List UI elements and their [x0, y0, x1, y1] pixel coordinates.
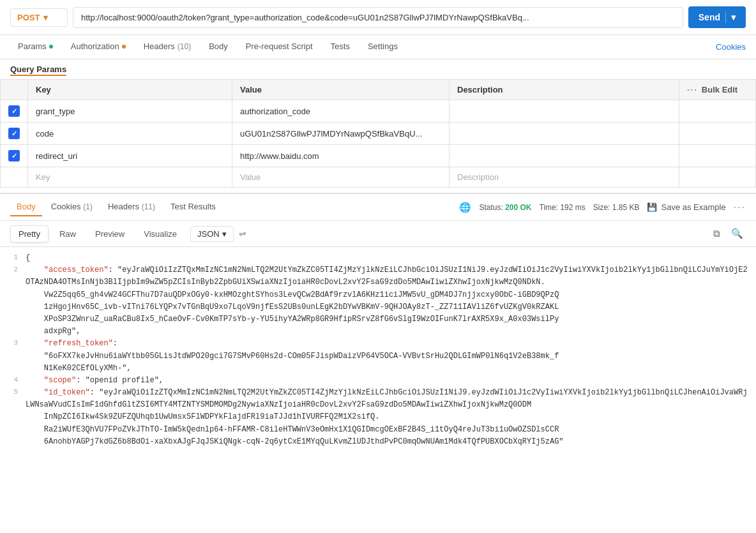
table-row: code uGU01n2S87GllwPJ7lMDYrNawpQSfBkaVBq… [1, 123, 756, 145]
wrap-icon[interactable]: ⇌ [239, 229, 246, 239]
copy-button[interactable]: ⧉ [707, 225, 725, 243]
row3-checkbox-cell[interactable] [1, 145, 28, 167]
send-button[interactable]: Send ▾ [688, 6, 746, 28]
request-tabs: Params Authorization Headers (10) Body P… [0, 35, 756, 59]
authorization-dot [122, 45, 126, 49]
col-value: Value [232, 80, 450, 100]
format-pretty-btn[interactable]: Pretty [10, 225, 49, 243]
row2-value[interactable]: uGU01n2S87GllwPJ7lMDYrNawpQSfBkaVBqU... [232, 123, 450, 145]
time-label: Time: 192 ms [540, 203, 586, 212]
row3-key[interactable]: redirect_uri [28, 145, 232, 167]
send-chevron-icon: ▾ [731, 12, 736, 22]
globe-icon[interactable]: 🌐 [459, 202, 471, 213]
tab-pre-request[interactable]: Pre-request Script [238, 35, 321, 59]
response-meta: 🌐 Status: 200 OK Time: 192 ms Size: 1.85… [459, 202, 746, 213]
tab-params[interactable]: Params [10, 35, 61, 59]
query-params-label: Query Params [10, 64, 66, 76]
request-bar: POST ▾ Send ▾ [0, 0, 756, 35]
save-as-example-btn[interactable]: 💾 Save as Example [647, 202, 725, 212]
line-num-5: 5 [5, 387, 26, 398]
table-row: redirect_uri http://www.baidu.com [1, 145, 756, 167]
line-content-2: "access_token": "eyJraWQiOiIzZTQxMmIzNC1… [26, 264, 751, 338]
row2-checkbox-cell[interactable] [1, 123, 28, 145]
row2-checkbox[interactable] [8, 128, 20, 139]
tab-settings[interactable]: Settings [360, 35, 405, 59]
tab-tests[interactable]: Tests [323, 35, 358, 59]
row4-value-placeholder: Value [240, 172, 261, 182]
response-tab-test-results[interactable]: Test Results [164, 198, 222, 216]
row2-actions [679, 123, 756, 145]
col-description: Description [450, 80, 679, 100]
line-content-1: { [26, 252, 751, 264]
tab-headers[interactable]: Headers (10) [136, 35, 199, 59]
row4-desc[interactable]: Description [450, 167, 679, 188]
status-label: Status: 200 OK [479, 203, 531, 212]
row3-value[interactable]: http://www.baidu.com [232, 145, 450, 167]
col-actions: ··· Bulk Edit [679, 80, 756, 100]
size-prefix: Size: [593, 203, 612, 212]
row3-desc[interactable] [450, 145, 679, 167]
response-tabs: Body Cookies (1) Headers (11) Test Resul… [0, 193, 756, 221]
response-tab-body-label: Body [17, 202, 36, 211]
col-key: Key [28, 80, 232, 100]
line-num-3: 3 [5, 338, 26, 349]
row4-key[interactable]: Key [28, 167, 232, 188]
row4-checkbox-cell[interactable] [1, 167, 28, 188]
table-row: Key Value Description [1, 167, 756, 188]
params-table-container: Key Value Description ··· Bulk Edit [0, 74, 756, 193]
response-more-btn[interactable]: ··· [734, 202, 746, 213]
table-row: grant_type authorization_code [1, 100, 756, 123]
row2-desc[interactable] [450, 123, 679, 145]
cookies-link[interactable]: Cookies [716, 36, 746, 58]
response-tab-body[interactable]: Body [10, 198, 42, 216]
tab-authorization-label: Authorization [71, 41, 119, 51]
tab-tests-label: Tests [331, 41, 350, 51]
tab-settings-label: Settings [368, 41, 398, 51]
status-prefix: Status: [479, 203, 505, 212]
tab-body-label: Body [209, 41, 228, 51]
row1-key[interactable]: grant_type [28, 100, 232, 123]
response-tab-headers[interactable]: Headers (11) [102, 198, 162, 216]
method-dropdown[interactable]: POST ▾ [10, 8, 68, 27]
headers-count: (10) [178, 42, 191, 51]
format-visualize-btn[interactable]: Visualize [135, 225, 185, 243]
response-body[interactable]: 1 { 2 "access_token": "eyJraWQiOiIzZTQxM… [0, 247, 756, 464]
row3-checkbox[interactable] [8, 150, 20, 161]
code-line-3: 3 "refresh_token": "6oFXX7keJvHnu6iaWYtb… [0, 338, 756, 375]
row4-actions [679, 167, 756, 188]
format-bar: Pretty Raw Preview Visualize JSON ▾ ⇌ ⧉ … [0, 221, 756, 247]
row1-checkbox[interactable] [8, 105, 20, 117]
send-divider [725, 11, 726, 23]
size-label: Size: 1.85 KB [593, 203, 640, 212]
format-preview-btn[interactable]: Preview [87, 225, 133, 243]
line-content-4: "scope": "openid profile", [26, 375, 751, 387]
row2-key[interactable]: code [28, 123, 232, 145]
row1-checkbox-cell[interactable] [1, 100, 28, 123]
method-label: POST [17, 13, 40, 22]
tab-authorization[interactable]: Authorization [63, 35, 133, 59]
time-value: 192 ms [560, 203, 585, 212]
response-tab-cookies-label: Cookies [51, 202, 81, 211]
code-line-1: 1 { [0, 252, 756, 264]
bulk-edit-label: Bulk Edit [702, 85, 737, 94]
row4-key-placeholder: Key [36, 172, 50, 182]
row3-actions [679, 145, 756, 167]
line-content-5: "id_token": "eyJraWQiOiIzZTQxMmIzNC1mN2N… [26, 387, 751, 448]
url-input[interactable] [73, 7, 683, 28]
response-tab-cookies[interactable]: Cookies (1) [45, 198, 99, 216]
response-tab-cookies-count: (1) [83, 202, 93, 211]
row4-value[interactable]: Value [232, 167, 450, 188]
row4-desc-placeholder: Description [457, 172, 499, 182]
search-button[interactable]: 🔍 [728, 225, 746, 243]
code-line-5: 5 "id_token": "eyJraWQiOiIzZTQxMmIzNC1mN… [0, 387, 756, 448]
row1-value[interactable]: authorization_code [232, 100, 450, 123]
format-raw-btn[interactable]: Raw [51, 225, 84, 243]
row1-desc[interactable] [450, 100, 679, 123]
tab-params-label: Params [18, 41, 47, 51]
format-type-select[interactable]: JSON ▾ [190, 226, 234, 242]
tab-body[interactable]: Body [201, 35, 236, 59]
bulk-edit-btn[interactable]: ··· Bulk Edit [687, 85, 748, 94]
send-label: Send [699, 12, 720, 22]
method-chevron-icon: ▾ [43, 13, 48, 22]
code-line-4: 4 "scope": "openid profile", [0, 375, 756, 387]
